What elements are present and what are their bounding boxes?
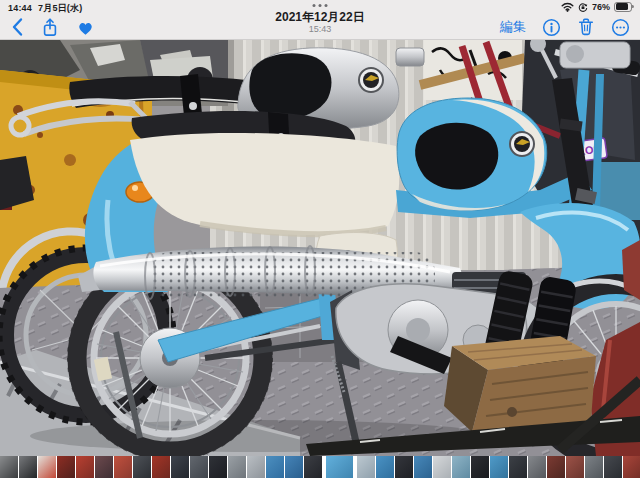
thumbnail[interactable] bbox=[190, 456, 208, 478]
thumbnail[interactable] bbox=[433, 456, 451, 478]
rear-cowl-cream bbox=[130, 133, 399, 235]
more-button[interactable] bbox=[611, 18, 630, 37]
status-bar: 14:447月5日(水) 76% bbox=[0, 0, 640, 14]
heart-filled-icon bbox=[76, 19, 95, 36]
ellipsis-circle-icon bbox=[611, 18, 630, 37]
battery-percent: 76% bbox=[592, 2, 610, 12]
thumbnail[interactable] bbox=[152, 456, 170, 478]
thumbnail[interactable] bbox=[509, 456, 527, 478]
info-button[interactable] bbox=[542, 18, 561, 37]
thumbnail[interactable] bbox=[304, 456, 322, 478]
thumbnail[interactable] bbox=[452, 456, 470, 478]
thumbnail[interactable] bbox=[604, 456, 622, 478]
status-date: 7月5日(水) bbox=[38, 3, 82, 13]
thumbnail[interactable] bbox=[0, 456, 18, 478]
thumbnail[interactable] bbox=[247, 456, 265, 478]
thumbnail[interactable] bbox=[395, 456, 413, 478]
thumbnail[interactable] bbox=[566, 456, 584, 478]
status-time: 14:44 bbox=[8, 3, 32, 13]
thumbnail[interactable] bbox=[209, 456, 227, 478]
thumbnail[interactable] bbox=[38, 456, 56, 478]
share-button[interactable] bbox=[41, 17, 59, 38]
edit-button[interactable]: 編集 bbox=[500, 18, 526, 36]
thumbnail[interactable] bbox=[623, 456, 640, 478]
info-icon bbox=[542, 18, 561, 37]
chevron-left-icon bbox=[10, 17, 24, 37]
thumbnail[interactable] bbox=[171, 456, 189, 478]
back-button[interactable] bbox=[10, 17, 24, 37]
thumbnail[interactable] bbox=[357, 456, 375, 478]
thumbnail[interactable] bbox=[133, 456, 151, 478]
photo-motorcycle-illustration: KOS bbox=[0, 40, 640, 456]
thumbnail[interactable] bbox=[528, 456, 546, 478]
fuel-tank bbox=[397, 98, 547, 211]
thumbnail[interactable] bbox=[19, 456, 37, 478]
thumbnail[interactable] bbox=[266, 456, 284, 478]
thumbnail[interactable] bbox=[76, 456, 94, 478]
battery-icon bbox=[614, 2, 635, 12]
top-chrome: 14:447月5日(水) 76% bbox=[0, 0, 640, 40]
thumbnail[interactable] bbox=[414, 456, 432, 478]
multitask-indicator-icon[interactable] bbox=[313, 4, 328, 7]
photo-view[interactable]: KOS bbox=[0, 40, 640, 456]
thumbnail[interactable] bbox=[547, 456, 565, 478]
favorite-button[interactable] bbox=[76, 19, 95, 36]
thumbnail[interactable] bbox=[490, 456, 508, 478]
delete-button[interactable] bbox=[577, 17, 595, 37]
thumbnail[interactable] bbox=[471, 456, 489, 478]
thumbnail[interactable] bbox=[585, 456, 603, 478]
thumbnail[interactable] bbox=[57, 456, 75, 478]
thumbnail[interactable] bbox=[95, 456, 113, 478]
thumbnail[interactable] bbox=[376, 456, 394, 478]
thumbnail-selected[interactable] bbox=[326, 456, 353, 478]
wooden-block bbox=[444, 336, 596, 432]
trash-icon bbox=[577, 17, 595, 37]
orientation-lock-icon bbox=[578, 2, 588, 12]
thumbnail[interactable] bbox=[228, 456, 246, 478]
thumbnail[interactable] bbox=[114, 456, 132, 478]
wifi-icon bbox=[561, 2, 574, 12]
share-icon bbox=[41, 17, 59, 38]
thumbnail-strip[interactable] bbox=[0, 456, 640, 480]
thumbnail[interactable] bbox=[285, 456, 303, 478]
